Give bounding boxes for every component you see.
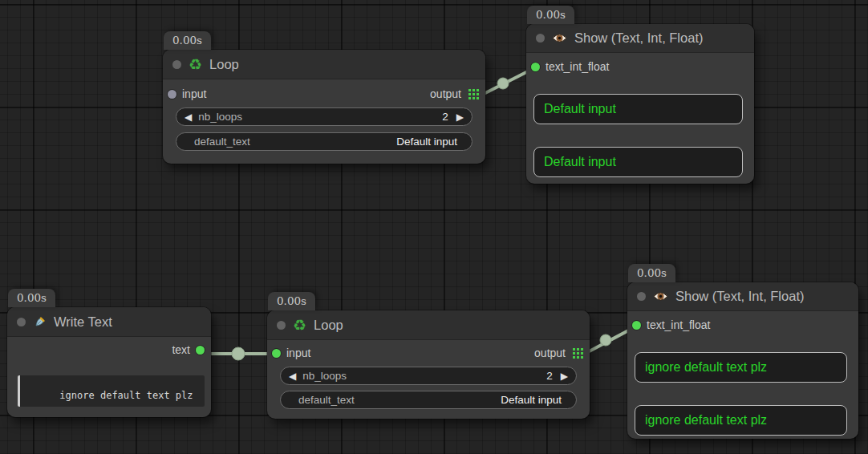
input-slot-label: text_int_float [546,60,609,73]
node-title: Loop [209,57,239,72]
link-midpoint-dot[interactable] [232,347,245,360]
execution-time-badge: 0.00s [164,31,211,50]
collapse-dot-icon[interactable] [536,34,545,43]
link-midpoint-dot[interactable] [497,78,509,89]
nb-loops-widget[interactable]: ◀ nb_loops 2 ▶ [280,367,577,385]
node-title-bar[interactable]: ♻ Loop [163,50,485,79]
widget-value: Default input [396,136,457,148]
node-title: Show (Text, Int, Float) [675,289,804,304]
widget-label: default_text [298,394,355,406]
increment-arrow-icon[interactable]: ▶ [561,371,568,381]
show-text-value: ignore default text plz [645,413,767,428]
nb-loops-widget[interactable]: ◀ nb_loops 2 ▶ [176,107,473,126]
widget-value: Default input [501,394,562,406]
node-show-top[interactable]: 0.00s Show (Text, Int, Float) text_int_f… [526,24,754,184]
eye-icon [653,291,668,302]
input-slot-label: text_int_float [647,318,710,331]
node-title: Write Text [54,314,112,330]
show-text-box[interactable]: Default input [533,94,743,124]
widget-value: 2 [442,111,448,123]
collapse-dot-icon[interactable] [172,60,181,69]
node-loop-bottom[interactable]: 0.00s ♻ Loop input output ◀ nb_loops 2 [267,310,590,419]
default-text-widget[interactable]: default_text Default input [176,132,473,151]
input-slot[interactable] [272,349,281,358]
show-text-box[interactable]: ignore default text plz [635,405,847,436]
link-midpoint-dot[interactable] [600,334,611,346]
output-slot-grid-icon[interactable] [573,348,583,359]
increment-arrow-icon[interactable]: ▶ [456,112,464,122]
node-title-bar[interactable]: Show (Text, Int, Float) [627,282,858,311]
node-title: Loop [314,318,343,333]
output-slot-label: output [534,347,566,359]
fountain-pen-icon [33,315,47,329]
recycle-icon: ♻ [189,57,202,72]
node-write-text[interactable]: 0.00s Write Text text ignore default tex… [7,307,211,417]
show-text-value: Default input [544,155,616,169]
node-loop-top[interactable]: 0.00s ♻ Loop input output ◀ nb_loops 2 [163,50,485,164]
default-text-widget[interactable]: default_text Default input [280,391,577,409]
output-slot-label: output [430,87,461,100]
decrement-arrow-icon[interactable]: ◀ [289,371,296,381]
input-slot[interactable] [632,321,641,330]
node-graph-canvas[interactable]: 0.00s ♻ Loop input output ◀ nb_loops 2 [0,0,868,454]
widget-label: nb_loops [302,370,347,382]
execution-time-badge: 0.00s [628,264,675,282]
collapse-dot-icon[interactable] [277,321,286,330]
show-text-value: Default input [544,102,616,116]
input-slot-label: input [286,347,310,359]
output-slot-grid-icon[interactable] [468,89,479,99]
widget-label: default_text [194,136,250,148]
collapse-dot-icon[interactable] [637,292,646,301]
recycle-icon: ♻ [293,318,306,333]
node-title: Show (Text, Int, Float) [574,30,703,46]
show-text-box[interactable]: ignore default text plz [635,352,847,383]
show-text-value: ignore default text plz [645,360,767,375]
decrement-arrow-icon[interactable]: ◀ [185,112,192,122]
text-input-value: ignore default text plz [59,390,193,401]
execution-time-badge: 0.00s [527,6,574,24]
input-slot[interactable] [168,90,176,99]
node-show-bottom[interactable]: 0.00s Show (Text, Int, Float) text_int_f… [627,282,858,439]
text-input-area[interactable]: ignore default text plz [18,375,205,407]
input-slot[interactable] [531,63,540,71]
collapse-dot-icon[interactable] [17,318,26,326]
widget-value: 2 [546,370,553,382]
eye-icon [552,33,567,43]
execution-time-badge: 0.00s [268,292,315,310]
show-text-box[interactable]: Default input [533,147,743,177]
node-title-bar[interactable]: Write Text [7,307,211,337]
input-slot-label: input [182,87,206,100]
widget-label: nb_loops [198,111,242,123]
output-slot[interactable] [196,346,205,355]
node-title-bar[interactable]: Show (Text, Int, Float) [526,24,754,53]
node-title-bar[interactable]: ♻ Loop [267,310,590,340]
execution-time-badge: 0.00s [8,289,55,307]
output-slot-label: text [172,343,190,356]
